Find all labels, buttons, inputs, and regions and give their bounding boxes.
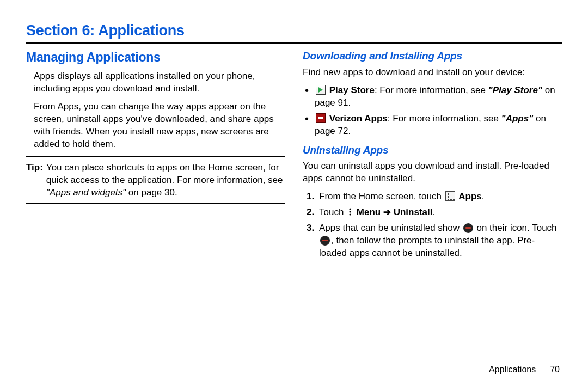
text: From the Home screen, touch bbox=[319, 191, 444, 201]
svg-point-1 bbox=[349, 211, 351, 213]
two-column-layout: Managing Applications Apps displays all … bbox=[26, 49, 562, 263]
apps-grid-icon bbox=[445, 191, 455, 201]
paragraph: Apps displays all applications installed… bbox=[26, 70, 285, 95]
bullet-list: Play Store: For more information, see "P… bbox=[303, 84, 562, 138]
step-item: Touch Menu ➔ Uninstall. bbox=[317, 206, 562, 219]
text: on their icon. Touch bbox=[474, 223, 557, 233]
label-menu-uninstall: Menu ➔ Uninstall bbox=[357, 207, 433, 217]
list-item: Verizon Apps: For more information, see … bbox=[303, 113, 562, 138]
manual-page: Section 6: Applications Managing Applica… bbox=[0, 0, 588, 263]
cross-reference: "Apps" bbox=[501, 113, 534, 124]
menu-icon bbox=[347, 207, 353, 216]
tip-label: Tip: bbox=[26, 162, 43, 199]
heading-downloading-installing: Downloading and Installing Apps bbox=[303, 49, 562, 63]
text: : For more information, see bbox=[375, 85, 488, 95]
section-title: Section 6: Applications bbox=[26, 21, 562, 40]
paragraph: You can uninstall apps you download and … bbox=[303, 160, 562, 185]
divider bbox=[26, 42, 562, 44]
play-store-icon bbox=[316, 85, 326, 95]
text: : For more information, see bbox=[388, 113, 501, 124]
svg-point-0 bbox=[349, 209, 351, 210]
paragraph: Find new apps to download and install on… bbox=[303, 66, 562, 79]
verizon-apps-icon bbox=[316, 113, 326, 123]
text: . bbox=[482, 191, 485, 201]
cross-reference: "Apps and widgets" bbox=[46, 187, 126, 198]
remove-badge-icon bbox=[463, 223, 473, 233]
text: Touch bbox=[319, 207, 346, 217]
step-item: From the Home screen, touch Apps. bbox=[317, 191, 562, 203]
tip-body: You can place shortcuts to apps on the H… bbox=[46, 162, 285, 199]
text: . bbox=[432, 207, 435, 217]
cross-reference: "Play Store" bbox=[488, 85, 542, 95]
divider bbox=[26, 156, 285, 157]
right-column: Downloading and Installing Apps Find new… bbox=[303, 49, 562, 263]
text: You can place shortcuts to apps on the H… bbox=[46, 162, 283, 185]
numbered-steps: From the Home screen, touch Apps. Touch … bbox=[303, 191, 562, 260]
left-column: Managing Applications Apps displays all … bbox=[26, 49, 285, 263]
paragraph: From Apps, you can change the way apps a… bbox=[26, 101, 285, 151]
list-item: Play Store: For more information, see "P… bbox=[303, 84, 562, 109]
footer-section-name: Applications bbox=[489, 364, 536, 376]
remove-badge-icon bbox=[320, 236, 330, 246]
heading-uninstalling-apps: Uninstalling Apps bbox=[303, 143, 562, 157]
step-item: Apps that can be uninstalled show on the… bbox=[317, 222, 562, 260]
heading-managing-applications: Managing Applications bbox=[26, 49, 285, 66]
text: Apps that can be uninstalled show bbox=[319, 223, 462, 233]
text: on page 30. bbox=[126, 187, 177, 198]
svg-point-2 bbox=[349, 214, 351, 216]
page-footer: Applications 70 bbox=[489, 364, 560, 376]
text: , then follow the prompts to uninstall t… bbox=[319, 235, 535, 258]
divider bbox=[26, 203, 285, 204]
footer-page-number: 70 bbox=[550, 364, 560, 376]
label-play-store: Play Store bbox=[329, 85, 375, 95]
label-apps: Apps bbox=[458, 191, 482, 201]
label-verizon-apps: Verizon Apps bbox=[329, 113, 388, 124]
tip-block: Tip: You can place shortcuts to apps on … bbox=[26, 162, 285, 199]
